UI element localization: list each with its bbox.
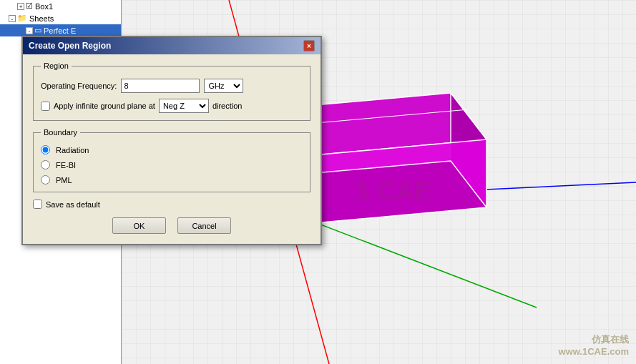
create-open-region-dialog: Create Open Region × Region Operating Fr… [21,36,322,245]
region-fieldset: Region Operating Frequency: GHz MHz THz … [33,62,310,121]
tree-label-sheets: Sheets [29,14,54,23]
ground-plane-checkbox[interactable] [41,102,50,111]
dialog-buttons: OK Cancel [33,217,310,234]
dialog-close-button[interactable]: × [303,40,315,51]
expand-icon-perfecte[interactable]: - [26,27,33,34]
tree-label-box1: Box1 [35,2,53,11]
watermark-center: 1 CAE [356,177,431,206]
operating-freq-label: Operating Frequency: [41,82,117,90]
save-default-checkbox[interactable] [33,200,42,209]
app-background: + ☑ Box1 - 📁 Sheets - ▭ Perfect E + ▭ Re… [0,0,636,364]
checkbox-icon-box1: ☑ [26,1,33,11]
pml-radio[interactable] [41,175,50,185]
boundary-legend: Boundary [41,128,80,137]
expand-icon-box1[interactable]: + [17,3,24,10]
radiation-radio[interactable] [41,145,50,154]
boundary-fieldset: Boundary Radiation FE-BI PML [33,128,310,192]
expand-icon-sheets[interactable]: - [9,15,16,22]
dialog-body: Region Operating Frequency: GHz MHz THz … [23,54,321,244]
tree-label-perfecte: Perfect E [44,26,76,35]
folder-icon-sheets: 📁 [17,14,27,23]
dialog-title: Create Open Region [29,41,111,51]
freq-unit-select[interactable]: GHz MHz THz [204,79,243,93]
cancel-button[interactable]: Cancel [177,217,231,234]
freq-input[interactable] [121,79,200,93]
febi-radio[interactable] [41,160,50,169]
tree-item-sheets[interactable]: - 📁 Sheets [0,12,121,24]
febi-label: FE-BI [56,161,76,169]
save-default-row: Save as default [33,200,310,209]
direction-select[interactable]: Neg Z Pos Z Neg X Pos X Neg Y Pos Y [159,99,209,113]
pml-label: PML [56,176,72,185]
radiation-radio-row: Radiation [41,145,303,154]
ok-button[interactable]: OK [112,217,166,234]
radiation-label: Radiation [56,146,89,154]
tree-item-perfecte[interactable]: - ▭ Perfect E [0,24,121,36]
febi-radio-row: FE-BI [41,160,303,169]
direction-label: direction [212,102,243,110]
region-legend: Region [41,62,72,70]
tree-item-box1[interactable]: + ☑ Box1 [0,0,121,12]
rect-icon-perfecte: ▭ [34,26,41,35]
save-default-label: Save as default [46,200,100,209]
ground-plane-label: Apply infinite ground plane at [54,102,155,110]
operating-freq-row: Operating Frequency: GHz MHz THz [41,79,303,93]
pml-radio-row: PML [41,175,303,185]
ground-plane-row: Apply infinite ground plane at Neg Z Pos… [41,99,303,113]
dialog-titlebar: Create Open Region × [23,37,321,54]
